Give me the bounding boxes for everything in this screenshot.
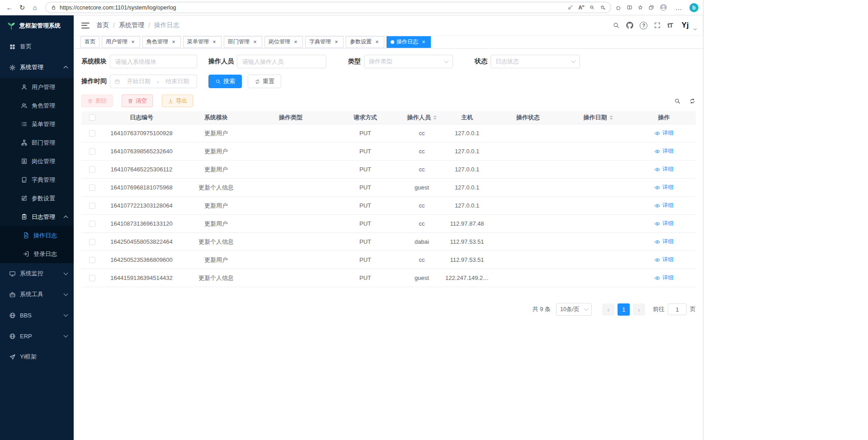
- zoom-out-icon[interactable]: [589, 5, 595, 10]
- next-page-button[interactable]: ›: [633, 303, 645, 316]
- sidebar-item-log-mgmt[interactable]: 日志管理: [0, 208, 74, 226]
- sidebar-item-user-mgmt[interactable]: 用户管理: [0, 78, 74, 96]
- password-key-icon[interactable]: [567, 5, 573, 10]
- breadcrumb-home[interactable]: 首页: [96, 21, 109, 29]
- clear-button[interactable]: 清空: [122, 95, 153, 107]
- tab-menu-mgmt[interactable]: 菜单管理×: [183, 36, 222, 48]
- select-all-checkbox[interactable]: [89, 114, 95, 121]
- github-icon[interactable]: [626, 22, 633, 29]
- refresh-icon[interactable]: [689, 98, 696, 104]
- chevron-down-icon[interactable]: [693, 27, 697, 30]
- sidebar-item-system-monitor[interactable]: 系统监控: [0, 263, 74, 284]
- reset-button[interactable]: 重置: [248, 75, 281, 88]
- detail-link[interactable]: 详细: [654, 202, 674, 209]
- detail-link[interactable]: 详细: [654, 166, 674, 173]
- bing-discover-icon[interactable]: b: [689, 3, 698, 12]
- close-icon[interactable]: ×: [130, 39, 136, 45]
- operator-input[interactable]: [237, 55, 326, 68]
- breadcrumb-system-mgmt[interactable]: 系统管理: [119, 21, 144, 29]
- sidebar-toggle-icon[interactable]: [81, 23, 90, 28]
- row-checkbox[interactable]: [89, 166, 95, 173]
- close-icon[interactable]: ×: [333, 39, 340, 45]
- close-icon[interactable]: ×: [292, 39, 299, 45]
- more-menu-icon[interactable]: …: [673, 2, 684, 14]
- tab-param-settings[interactable]: 参数设置×: [346, 36, 384, 48]
- date-range-picker[interactable]: 开始日期 - 结束日期: [110, 75, 197, 88]
- row-checkbox[interactable]: [89, 130, 95, 137]
- detail-link[interactable]: 详细: [654, 238, 674, 246]
- sidebar-item-param-settings[interactable]: 参数设置: [0, 189, 74, 208]
- close-icon[interactable]: ×: [374, 39, 380, 45]
- split-screen-icon[interactable]: [627, 5, 632, 10]
- address-bar[interactable]: https://ccnetcore.com:1101/system/log/op…: [45, 2, 611, 13]
- favorites-bar-icon[interactable]: [637, 5, 643, 10]
- sidebar-item-yi-framework[interactable]: Yi框架: [0, 346, 74, 367]
- help-icon[interactable]: ?: [640, 22, 647, 29]
- fullscreen-icon[interactable]: [654, 22, 661, 29]
- page-size-select[interactable]: 10条/页: [556, 303, 592, 316]
- tab-post-mgmt[interactable]: 岗位管理×: [264, 36, 303, 48]
- tab-user-mgmt[interactable]: 用户管理×: [102, 36, 140, 48]
- type-select[interactable]: 操作类型: [364, 55, 453, 68]
- user-logo-avatar[interactable]: Yj: [679, 19, 691, 32]
- sidebar-item-menu-mgmt[interactable]: 菜单管理: [0, 115, 74, 133]
- back-icon[interactable]: ←: [4, 2, 15, 14]
- detail-link[interactable]: 详细: [654, 220, 674, 227]
- sidebar-item-erp[interactable]: ERP: [0, 326, 74, 346]
- module-input[interactable]: [110, 55, 197, 68]
- goto-page-input[interactable]: [668, 303, 687, 315]
- detail-link[interactable]: 详细: [654, 129, 674, 137]
- profile-avatar-icon[interactable]: [659, 3, 668, 12]
- detail-link[interactable]: 详细: [654, 274, 674, 282]
- tab-dict-mgmt[interactable]: 字典管理×: [305, 36, 344, 48]
- url-text[interactable]: https://ccnetcore.com:1101/system/log/op…: [60, 5, 564, 11]
- tab-home[interactable]: 首页: [80, 36, 99, 48]
- home-icon[interactable]: ⌂: [29, 2, 41, 14]
- detail-link[interactable]: 详细: [654, 147, 674, 155]
- app-logo[interactable]: 意框架管理系统: [0, 15, 74, 36]
- reload-icon[interactable]: ↻: [16, 2, 28, 14]
- sidebar-item-home[interactable]: 首页: [0, 36, 74, 57]
- sidebar-item-post-mgmt[interactable]: 岗位管理: [0, 152, 74, 170]
- row-checkbox[interactable]: [89, 239, 95, 245]
- sidebar-item-dept-mgmt[interactable]: 部门管理: [0, 133, 74, 152]
- search-icon[interactable]: [613, 22, 620, 29]
- tab-dept-mgmt[interactable]: 部门管理×: [224, 36, 262, 48]
- collections-icon[interactable]: [648, 5, 654, 10]
- export-button[interactable]: 导出: [162, 95, 193, 107]
- close-icon[interactable]: ×: [252, 39, 258, 45]
- sidebar-item-role-mgmt[interactable]: 角色管理: [0, 96, 74, 115]
- row-checkbox[interactable]: [89, 257, 95, 263]
- detail-link[interactable]: 详细: [654, 256, 674, 264]
- close-icon[interactable]: ×: [211, 39, 217, 45]
- sort-caret[interactable]: [433, 115, 437, 120]
- sidebar-item-operation-log[interactable]: 操作日志: [0, 226, 74, 245]
- sidebar-item-system-tools[interactable]: 系统工具: [0, 284, 74, 305]
- sidebar-item-bbs[interactable]: BBS: [0, 305, 74, 326]
- toggle-search-icon[interactable]: [674, 98, 681, 104]
- end-date-placeholder[interactable]: 结束日期: [162, 77, 193, 85]
- prev-page-button[interactable]: ‹: [602, 303, 614, 316]
- sidebar-item-system-mgmt[interactable]: 系统管理: [0, 57, 74, 78]
- tab-operation-log[interactable]: 操作日志×: [387, 36, 431, 48]
- row-checkbox[interactable]: [89, 185, 95, 191]
- row-checkbox[interactable]: [89, 275, 95, 281]
- tab-role-mgmt[interactable]: 角色管理×: [142, 36, 181, 48]
- sidebar-item-dict-mgmt[interactable]: 字典管理: [0, 170, 74, 189]
- extensions-puzzle-icon[interactable]: [616, 5, 622, 10]
- status-select[interactable]: 日志状态: [491, 55, 580, 68]
- read-aloud-icon[interactable]: A”: [578, 5, 584, 11]
- sidebar-item-login-log[interactable]: 登录日志: [0, 245, 74, 263]
- close-icon[interactable]: ×: [420, 39, 427, 45]
- favorite-star-icon[interactable]: [600, 5, 606, 10]
- row-checkbox[interactable]: [89, 148, 95, 155]
- font-size-icon[interactable]: tT: [667, 22, 673, 29]
- close-icon[interactable]: ×: [170, 39, 177, 45]
- row-checkbox[interactable]: [89, 203, 95, 209]
- detail-link[interactable]: 详细: [654, 184, 674, 191]
- page-1-button[interactable]: 1: [618, 303, 630, 316]
- search-button[interactable]: 搜索: [208, 75, 242, 88]
- row-checkbox[interactable]: [89, 221, 95, 227]
- delete-button[interactable]: 删除: [81, 95, 113, 107]
- start-date-placeholder[interactable]: 开始日期: [123, 77, 154, 85]
